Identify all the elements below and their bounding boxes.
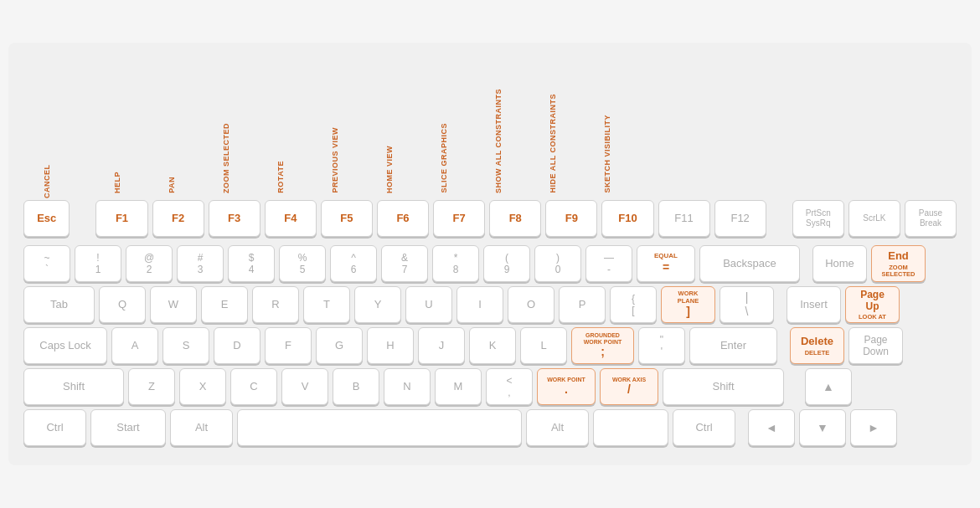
key-f3[interactable]: F3	[209, 200, 260, 237]
label-pan: PAN	[168, 177, 177, 193]
key-tab[interactable]: Tab	[23, 286, 95, 323]
key-comma[interactable]: < ,	[486, 368, 533, 405]
key-esc[interactable]: Esc	[23, 200, 70, 237]
key-home[interactable]: Home	[812, 245, 867, 282]
key-f12[interactable]: F12	[714, 200, 766, 237]
shift-row: Shift Z X C V B N M < , WORK POINT . WOR…	[23, 368, 957, 405]
key-pause[interactable]: Pause Break	[905, 200, 957, 237]
key-i[interactable]: I	[456, 286, 503, 323]
key-m[interactable]: M	[435, 368, 482, 405]
key-alt-right[interactable]: Alt	[526, 409, 589, 446]
key-bracket-right[interactable]: WORKPLANE ]	[661, 286, 715, 323]
key-space[interactable]	[237, 409, 522, 446]
key-p[interactable]: P	[559, 286, 606, 323]
key-backslash[interactable]: | \	[720, 286, 774, 323]
key-d[interactable]: D	[214, 327, 260, 364]
key-arrow-left[interactable]: ◄	[748, 409, 795, 446]
key-4[interactable]: $ 4	[228, 245, 275, 282]
key-ctrl-right[interactable]: Ctrl	[673, 409, 735, 446]
key-dash[interactable]: — -	[585, 245, 632, 282]
label-help: HELP	[114, 172, 122, 193]
key-delete[interactable]: Delete DELETE	[790, 327, 844, 364]
key-ctrl-left[interactable]: Ctrl	[23, 409, 86, 446]
key-enter[interactable]: Enter	[689, 327, 777, 364]
key-c[interactable]: C	[230, 368, 277, 405]
key-pageup[interactable]: PageUp LOOK AT	[845, 286, 900, 323]
key-arrow-right[interactable]: ►	[850, 409, 897, 446]
key-q[interactable]: Q	[99, 286, 146, 323]
key-2[interactable]: @ 2	[126, 245, 173, 282]
key-shift-right[interactable]: Shift	[663, 368, 784, 405]
key-menu[interactable]	[593, 409, 668, 446]
key-start[interactable]: Start	[90, 409, 166, 446]
caps-row: Caps Lock A S D F G H J K L GROUNDEDWORK…	[23, 327, 957, 364]
key-alt-left[interactable]: Alt	[170, 409, 233, 446]
key-b[interactable]: B	[333, 368, 379, 405]
key-f5[interactable]: F5	[321, 200, 373, 237]
key-tilde[interactable]: ~ `	[23, 245, 70, 282]
tab-row: Tab Q W E R T Y U I O P { [ WORKPLANE ] …	[23, 286, 957, 323]
key-o[interactable]: O	[508, 286, 554, 323]
key-f1[interactable]: F1	[95, 200, 147, 237]
key-x[interactable]: X	[179, 368, 226, 405]
key-7[interactable]: & 7	[381, 245, 428, 282]
key-1[interactable]: ! 1	[75, 245, 121, 282]
key-l[interactable]: L	[520, 327, 567, 364]
key-v[interactable]: V	[281, 368, 328, 405]
key-quote[interactable]: " '	[638, 327, 685, 364]
label-home-view: HOME VIEW	[386, 146, 395, 193]
key-e[interactable]: E	[201, 286, 248, 323]
key-h[interactable]: H	[367, 327, 414, 364]
key-y[interactable]: Y	[354, 286, 401, 323]
key-dot[interactable]: WORK POINT .	[537, 368, 596, 405]
key-equal[interactable]: EQUAL =	[637, 245, 695, 282]
key-a[interactable]: A	[111, 327, 158, 364]
key-z[interactable]: Z	[128, 368, 175, 405]
key-end[interactable]: End ZOOMSELECTED	[871, 245, 926, 282]
key-capslock[interactable]: Caps Lock	[23, 327, 107, 364]
key-5[interactable]: % 5	[279, 245, 326, 282]
key-g[interactable]: G	[316, 327, 363, 364]
key-s[interactable]: S	[162, 327, 209, 364]
label-row: HELP PAN ZOOM SELECTED ROTATE PREVIOUS V…	[23, 59, 957, 193]
key-slash[interactable]: WORK AXIS /	[600, 368, 658, 405]
key-w[interactable]: W	[150, 286, 197, 323]
key-k[interactable]: K	[469, 327, 516, 364]
key-0[interactable]: ) 0	[534, 245, 581, 282]
label-previous-view: PREVIOUS VIEW	[332, 127, 340, 193]
key-prtscn[interactable]: PrtScn SysRq	[792, 200, 844, 237]
key-r[interactable]: R	[252, 286, 299, 323]
key-arrow-down[interactable]: ▼	[799, 409, 846, 446]
key-u[interactable]: U	[405, 286, 452, 323]
key-f2[interactable]: F2	[152, 200, 204, 237]
key-n[interactable]: N	[384, 368, 431, 405]
key-shift-left[interactable]: Shift	[23, 368, 124, 405]
key-arrow-up[interactable]: ▲	[805, 368, 852, 405]
key-bracket-left[interactable]: { [	[610, 286, 657, 323]
label-rotate: ROTATE	[277, 161, 286, 193]
key-6[interactable]: ^ 6	[330, 245, 377, 282]
bottom-row: Ctrl Start Alt Alt Ctrl ◄ ▼ ►	[23, 409, 957, 446]
key-3[interactable]: # 3	[177, 245, 224, 282]
key-f7[interactable]: F7	[433, 200, 485, 237]
key-semicolon[interactable]: GROUNDEDWORK POINT ;	[571, 327, 634, 364]
key-f8[interactable]: F8	[489, 200, 541, 237]
key-f10[interactable]: F10	[601, 200, 653, 237]
key-9[interactable]: ( 9	[483, 245, 530, 282]
key-8[interactable]: * 8	[432, 245, 479, 282]
key-f6[interactable]: F6	[377, 200, 429, 237]
key-j[interactable]: J	[418, 327, 465, 364]
key-t[interactable]: T	[303, 286, 350, 323]
key-f[interactable]: F	[265, 327, 312, 364]
key-insert[interactable]: Insert	[787, 286, 841, 323]
key-f9[interactable]: F9	[545, 200, 597, 237]
key-pagedown[interactable]: Page Down	[848, 327, 903, 364]
label-show-all: SHOW ALL CONSTRAINTS	[495, 89, 503, 193]
label-zoom-selected: ZOOM SELECTED	[223, 123, 231, 193]
key-backspace[interactable]: Backspace	[699, 245, 800, 282]
function-row: Esc F1 F2 F3 F4 F5 F6 F7 F8 F9 F10	[23, 200, 957, 237]
key-f11[interactable]: F11	[658, 200, 710, 237]
key-scrlk[interactable]: ScrLK	[848, 200, 900, 237]
number-row: ~ ` ! 1 @ 2 # 3 $ 4 % 5 ^ 6 & 7	[23, 245, 957, 282]
key-f4[interactable]: F4	[265, 200, 317, 237]
